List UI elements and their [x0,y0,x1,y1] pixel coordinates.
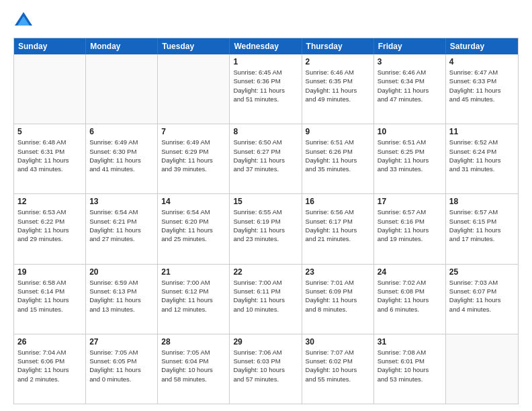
day-number: 14 [161,197,226,206]
day-info: Sunrise: 6:57 AM Sunset: 6:16 PM Dayligh… [378,208,442,243]
calendar-cell: 13Sunrise: 6:54 AM Sunset: 6:21 PM Dayli… [86,194,158,263]
calendar-cell [158,54,230,124]
calendar-row-2: 5Sunrise: 6:48 AM Sunset: 6:31 PM Daylig… [14,124,518,194]
day-number: 28 [161,337,226,347]
header-cell-saturday: Saturday [446,38,518,54]
day-number: 13 [89,197,154,206]
calendar-cell: 14Sunrise: 6:54 AM Sunset: 6:20 PM Dayli… [158,194,230,263]
day-info: Sunrise: 7:00 AM Sunset: 6:11 PM Dayligh… [233,278,298,314]
day-info: Sunrise: 6:51 AM Sunset: 6:25 PM Dayligh… [378,138,442,173]
calendar-row-4: 19Sunrise: 6:58 AM Sunset: 6:14 PM Dayli… [14,265,518,334]
day-info: Sunrise: 7:06 AM Sunset: 6:03 PM Dayligh… [233,348,298,383]
day-number: 4 [449,57,515,66]
header-cell-wednesday: Wednesday [230,38,302,54]
calendar-cell: 5Sunrise: 6:48 AM Sunset: 6:31 PM Daylig… [14,124,86,193]
calendar-cell [14,54,86,124]
day-info: Sunrise: 7:04 AM Sunset: 6:06 PM Dayligh… [17,348,82,383]
day-number: 22 [233,267,298,277]
day-number: 25 [449,267,515,277]
calendar-body: 1Sunrise: 6:45 AM Sunset: 6:36 PM Daylig… [14,54,518,404]
day-info: Sunrise: 7:00 AM Sunset: 6:12 PM Dayligh… [161,278,226,314]
day-info: Sunrise: 6:46 AM Sunset: 6:34 PM Dayligh… [378,68,442,103]
calendar-row-3: 12Sunrise: 6:53 AM Sunset: 6:22 PM Dayli… [14,194,518,264]
calendar-cell: 17Sunrise: 6:57 AM Sunset: 6:16 PM Dayli… [374,194,446,263]
day-info: Sunrise: 6:54 AM Sunset: 6:20 PM Dayligh… [161,208,226,243]
header-cell-friday: Friday [374,38,446,54]
calendar-row-1: 1Sunrise: 6:45 AM Sunset: 6:36 PM Daylig… [14,54,518,124]
day-number: 24 [378,267,442,277]
day-info: Sunrise: 6:51 AM Sunset: 6:26 PM Dayligh… [306,138,370,173]
day-number: 16 [306,197,370,206]
day-info: Sunrise: 7:07 AM Sunset: 6:02 PM Dayligh… [306,348,370,383]
day-info: Sunrise: 7:05 AM Sunset: 6:04 PM Dayligh… [161,348,226,383]
calendar-cell: 28Sunrise: 7:05 AM Sunset: 6:04 PM Dayli… [158,334,230,404]
day-info: Sunrise: 6:47 AM Sunset: 6:33 PM Dayligh… [449,68,515,103]
calendar-cell: 2Sunrise: 6:46 AM Sunset: 6:35 PM Daylig… [302,54,374,124]
day-info: Sunrise: 7:05 AM Sunset: 6:05 PM Dayligh… [89,348,154,383]
calendar-cell: 27Sunrise: 7:05 AM Sunset: 6:05 PM Dayli… [86,334,158,404]
day-number: 23 [306,267,370,277]
day-number: 27 [89,337,154,347]
calendar-cell: 11Sunrise: 6:52 AM Sunset: 6:24 PM Dayli… [446,124,518,193]
day-info: Sunrise: 6:46 AM Sunset: 6:35 PM Dayligh… [306,68,370,103]
calendar-cell: 22Sunrise: 7:00 AM Sunset: 6:11 PM Dayli… [230,265,302,334]
day-info: Sunrise: 7:08 AM Sunset: 6:01 PM Dayligh… [378,348,442,383]
day-number: 1 [233,57,298,66]
day-info: Sunrise: 6:56 AM Sunset: 6:17 PM Dayligh… [306,208,370,243]
day-info: Sunrise: 6:49 AM Sunset: 6:30 PM Dayligh… [89,138,154,173]
day-number: 19 [17,267,82,277]
calendar-cell: 21Sunrise: 7:00 AM Sunset: 6:12 PM Dayli… [158,265,230,334]
calendar-cell: 3Sunrise: 6:46 AM Sunset: 6:34 PM Daylig… [374,54,446,124]
calendar-cell: 19Sunrise: 6:58 AM Sunset: 6:14 PM Dayli… [14,265,86,334]
day-number: 15 [233,197,298,206]
day-number: 2 [306,57,370,66]
day-number: 7 [161,127,226,136]
day-info: Sunrise: 6:49 AM Sunset: 6:29 PM Dayligh… [161,138,226,173]
day-number: 12 [17,197,82,206]
day-number: 29 [233,337,298,347]
calendar-cell: 23Sunrise: 7:01 AM Sunset: 6:09 PM Dayli… [302,265,374,334]
day-number: 8 [233,127,298,136]
day-info: Sunrise: 6:58 AM Sunset: 6:14 PM Dayligh… [17,278,82,314]
calendar-cell: 24Sunrise: 7:02 AM Sunset: 6:08 PM Dayli… [374,265,446,334]
day-number: 20 [89,267,154,277]
day-info: Sunrise: 7:03 AM Sunset: 6:07 PM Dayligh… [449,278,515,314]
calendar-cell [446,334,518,404]
day-info: Sunrise: 6:53 AM Sunset: 6:22 PM Dayligh… [17,208,82,243]
calendar-cell: 25Sunrise: 7:03 AM Sunset: 6:07 PM Dayli… [446,265,518,334]
day-number: 9 [306,127,370,136]
page: SundayMondayTuesdayWednesdayThursdayFrid… [0,0,532,411]
day-number: 5 [17,127,82,136]
day-info: Sunrise: 6:57 AM Sunset: 6:15 PM Dayligh… [449,208,515,243]
calendar-cell: 18Sunrise: 6:57 AM Sunset: 6:15 PM Dayli… [446,194,518,263]
day-info: Sunrise: 6:45 AM Sunset: 6:36 PM Dayligh… [233,68,298,103]
day-info: Sunrise: 7:01 AM Sunset: 6:09 PM Dayligh… [306,278,370,314]
calendar-cell [86,54,158,124]
header-cell-sunday: Sunday [14,38,86,54]
calendar-cell: 8Sunrise: 6:50 AM Sunset: 6:27 PM Daylig… [230,124,302,193]
calendar-cell: 1Sunrise: 6:45 AM Sunset: 6:36 PM Daylig… [230,54,302,124]
calendar-row-5: 26Sunrise: 7:04 AM Sunset: 6:06 PM Dayli… [14,334,518,404]
day-number: 18 [449,197,515,206]
day-info: Sunrise: 6:59 AM Sunset: 6:13 PM Dayligh… [89,278,154,314]
logo-icon [13,11,34,31]
header-cell-thursday: Thursday [302,38,374,54]
calendar-cell: 4Sunrise: 6:47 AM Sunset: 6:33 PM Daylig… [446,54,518,124]
logo [13,11,38,31]
day-number: 31 [378,337,442,347]
calendar-header: SundayMondayTuesdayWednesdayThursdayFrid… [14,38,518,54]
day-info: Sunrise: 7:02 AM Sunset: 6:08 PM Dayligh… [378,278,442,314]
calendar-cell: 29Sunrise: 7:06 AM Sunset: 6:03 PM Dayli… [230,334,302,404]
header [13,11,519,31]
calendar-cell: 9Sunrise: 6:51 AM Sunset: 6:26 PM Daylig… [302,124,374,193]
header-cell-monday: Monday [86,38,158,54]
day-number: 3 [378,57,442,66]
day-number: 11 [449,127,515,136]
header-cell-tuesday: Tuesday [158,38,230,54]
calendar: SundayMondayTuesdayWednesdayThursdayFrid… [13,38,519,404]
calendar-cell: 31Sunrise: 7:08 AM Sunset: 6:01 PM Dayli… [374,334,446,404]
day-info: Sunrise: 6:48 AM Sunset: 6:31 PM Dayligh… [17,138,82,173]
day-info: Sunrise: 6:54 AM Sunset: 6:21 PM Dayligh… [89,208,154,243]
day-number: 30 [306,337,370,347]
calendar-cell: 6Sunrise: 6:49 AM Sunset: 6:30 PM Daylig… [86,124,158,193]
